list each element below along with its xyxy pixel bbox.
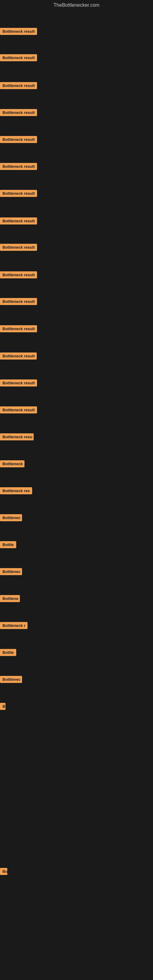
bottleneck-item[interactable]: Bottleneck r [0, 622, 27, 630]
bottleneck-item[interactable]: Bottle [0, 649, 16, 657]
bottleneck-item[interactable]: Bottleneck result [0, 298, 37, 306]
bottleneck-badge: Bottleneck result [0, 28, 37, 35]
bottleneck-item[interactable]: Bottleneck result [0, 136, 37, 144]
bottleneck-item[interactable]: Bottleneck result [0, 190, 37, 198]
bottleneck-badge: Bottlene [0, 595, 20, 602]
bottleneck-badge: Bottleneck result [0, 82, 37, 89]
bottleneck-badge: Bottleneck res [0, 487, 32, 494]
bottleneck-item[interactable]: Bottle [0, 541, 16, 549]
bottleneck-badge: Bottlenec [0, 568, 22, 575]
bottleneck-item[interactable]: Bottleneck result [0, 244, 37, 252]
bottleneck-badge: Bottleneck result [0, 406, 37, 414]
bottleneck-item[interactable]: Bottleneck result [0, 163, 37, 171]
bottleneck-item[interactable]: Bottlenec [0, 676, 22, 684]
bottleneck-badge: Bottleneck result [0, 353, 37, 360]
bottleneck-badge: Bottleneck result [0, 190, 37, 197]
bottleneck-item[interactable]: Bo [0, 868, 7, 876]
bottleneck-item[interactable]: Bottleneck resu [0, 433, 33, 442]
bottleneck-item[interactable]: Bottleneck res [0, 487, 32, 495]
bottleneck-badge: Bottleneck result [0, 271, 37, 278]
bottleneck-item[interactable]: Bottleneck result [0, 82, 37, 90]
bottleneck-badge: Bottleneck result [0, 218, 37, 224]
bottleneck-item[interactable]: Bottleneck [0, 460, 24, 469]
bottleneck-item[interactable]: Bottleneck result [0, 406, 37, 415]
bottleneck-badge: Bottleneck result [0, 244, 37, 251]
bottleneck-item[interactable]: Bottlenec [0, 514, 22, 522]
bottleneck-badge: Bottle [0, 541, 16, 548]
bottleneck-badge: Bottleneck result [0, 136, 37, 143]
bottleneck-badge: Bottleneck r [0, 622, 27, 629]
bottleneck-badge: Bottleneck result [0, 379, 37, 387]
bottleneck-item[interactable]: Bottleneck result [0, 54, 37, 62]
bottleneck-item[interactable]: Bottleneck result [0, 353, 37, 361]
bottleneck-badge: Bottlenec [0, 676, 22, 683]
bottleneck-badge: Bottlenec [0, 514, 22, 521]
bottleneck-item[interactable]: Bottleneck result [0, 28, 37, 36]
bottleneck-badge: B [0, 703, 5, 710]
bottleneck-item[interactable]: Bottleneck result [0, 379, 37, 388]
bottleneck-badge: Bottleneck result [0, 325, 37, 332]
bottleneck-badge: Bottleneck result [0, 54, 37, 61]
bottleneck-badge: Bottleneck result [0, 163, 37, 170]
bottleneck-item[interactable]: B [0, 703, 5, 711]
bottleneck-badge: Bottleneck resu [0, 433, 33, 441]
bottleneck-badge: Bottleneck [0, 460, 24, 467]
bottleneck-item[interactable]: Bottleneck result [0, 325, 37, 334]
bottleneck-badge: Bottleneck result [0, 298, 37, 305]
bottleneck-item[interactable]: Bottlene [0, 595, 20, 603]
bottleneck-item[interactable]: Bottleneck result [0, 271, 37, 280]
bottleneck-badge: Bottle [0, 649, 16, 656]
bottleneck-badge: Bo [0, 868, 7, 875]
bottleneck-badge: Bottleneck result [0, 109, 37, 116]
bottleneck-item[interactable]: Bottleneck result [0, 109, 37, 117]
bottleneck-item[interactable]: Bottlenec [0, 568, 22, 576]
site-title-text: TheBottlenecker.com [54, 2, 99, 8]
bottleneck-item[interactable]: Bottleneck result [0, 218, 37, 226]
site-title: TheBottlenecker.com [0, 0, 153, 10]
